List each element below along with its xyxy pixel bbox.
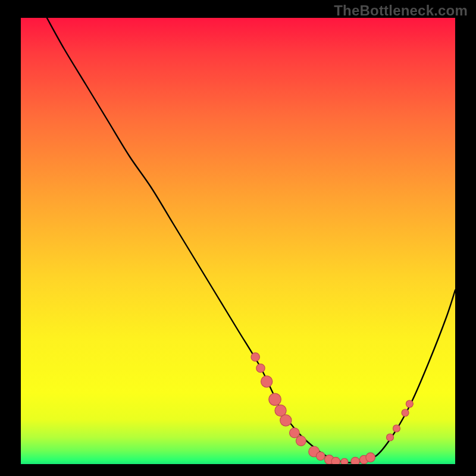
data-marker: [366, 453, 375, 462]
data-marker: [341, 458, 348, 464]
data-marker: [280, 415, 292, 426]
data-marker: [393, 425, 400, 432]
data-marker: [406, 400, 413, 408]
data-marker: [251, 353, 259, 361]
data-marker: [387, 434, 394, 441]
data-marker: [269, 393, 281, 405]
data-marker: [290, 428, 300, 438]
data-marker: [331, 457, 340, 464]
data-marker: [256, 364, 265, 372]
curve-layer: [21, 18, 455, 464]
watermark-text: TheBottleneck.com: [334, 2, 468, 19]
data-marker: [402, 409, 409, 416]
chart-frame: TheBottleneck.com: [0, 0, 476, 476]
bottleneck-curve: [47, 18, 455, 463]
data-marker: [351, 457, 359, 464]
marker-group: [251, 353, 413, 464]
data-marker: [296, 436, 306, 446]
data-marker: [261, 376, 273, 387]
plot-area: [21, 18, 455, 464]
data-marker: [317, 452, 325, 460]
